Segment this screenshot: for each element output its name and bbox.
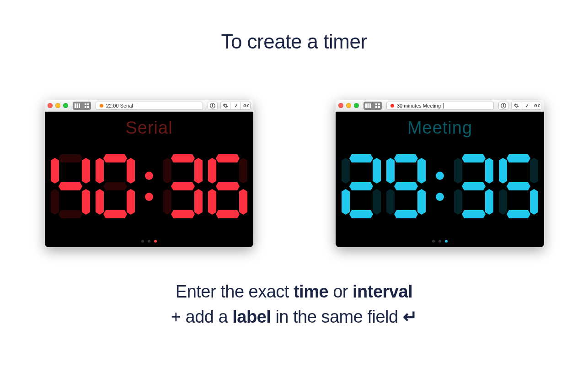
- svg-rect-2: [79, 103, 80, 108]
- svg-rect-0: [75, 103, 76, 108]
- instruction-fragment: in the same field: [271, 307, 402, 326]
- columns-icon: [363, 102, 373, 110]
- view-mode-toggle[interactable]: [363, 102, 382, 110]
- digit: [51, 154, 90, 218]
- loop-button[interactable]: [531, 102, 541, 110]
- page-dot: [432, 240, 435, 243]
- columns-icon: [73, 102, 82, 110]
- toolbar-actions: [220, 102, 251, 110]
- page-dot: [148, 240, 150, 243]
- close-button[interactable]: [48, 103, 53, 108]
- page-indicator: [45, 240, 253, 243]
- info-icon: [210, 103, 215, 108]
- svg-rect-14: [378, 103, 380, 105]
- instruction-text: Enter the exact time or interval + add a…: [0, 279, 588, 330]
- zoom-button[interactable]: [354, 103, 359, 108]
- gear-icon: [223, 103, 228, 108]
- svg-rect-16: [378, 106, 380, 108]
- loop-icon: [242, 103, 249, 108]
- colon: [436, 172, 444, 201]
- timer-label: Meeting: [336, 118, 544, 138]
- page-dot: [438, 240, 441, 243]
- digit: [163, 154, 203, 218]
- titlebar: 22:00 Serial: [45, 100, 253, 112]
- svg-rect-3: [85, 103, 86, 105]
- digit: [454, 154, 493, 218]
- svg-rect-11: [368, 103, 369, 108]
- svg-point-8: [212, 104, 213, 105]
- toolbar-actions: [511, 102, 541, 110]
- page-title: To create a timer: [0, 30, 588, 53]
- svg-rect-13: [375, 103, 377, 105]
- settings-button[interactable]: [220, 102, 230, 110]
- timer-window-serial: 22:00 Serial: [45, 100, 253, 247]
- svg-rect-9: [212, 105, 213, 107]
- pin-button[interactable]: [230, 102, 241, 110]
- view-mode-toggle[interactable]: [73, 102, 91, 110]
- timer-label: Serial: [45, 118, 253, 138]
- digit: [342, 154, 381, 218]
- svg-rect-12: [369, 103, 371, 108]
- zoom-button[interactable]: [63, 103, 68, 108]
- digit: [96, 154, 135, 218]
- titlebar: 30 minutes Meeting: [336, 100, 544, 112]
- info-icon: [501, 103, 506, 108]
- status-dot: [390, 104, 394, 108]
- timer-input[interactable]: 22:00 Serial: [96, 102, 203, 110]
- loop-icon: [533, 103, 540, 108]
- pin-icon: [233, 103, 238, 108]
- status-dot: [100, 104, 103, 108]
- text-caret: [136, 103, 136, 108]
- svg-rect-5: [85, 106, 86, 108]
- info-button[interactable]: [498, 102, 508, 110]
- instruction-bold-interval: interval: [353, 282, 412, 301]
- instruction-fragment: Enter the exact: [176, 282, 294, 301]
- pin-button[interactable]: [521, 102, 531, 110]
- instruction-fragment: or: [328, 282, 353, 301]
- digit: [499, 154, 538, 218]
- digit: [386, 154, 426, 218]
- svg-rect-4: [87, 103, 89, 105]
- svg-rect-15: [375, 106, 377, 108]
- page-dot-active: [154, 240, 157, 243]
- close-button[interactable]: [338, 103, 343, 108]
- svg-rect-1: [77, 103, 78, 108]
- timer-window-meeting: 30 minutes Meeting: [336, 100, 544, 247]
- grid-icon: [373, 102, 382, 110]
- colon: [145, 172, 153, 201]
- grid-icon: [82, 102, 91, 110]
- return-key-icon: ↵: [403, 304, 417, 330]
- traffic-lights: [338, 103, 359, 108]
- settings-button[interactable]: [511, 102, 521, 110]
- timer-input-text: 30 minutes Meeting: [397, 103, 441, 108]
- loop-button[interactable]: [241, 102, 251, 110]
- instruction-bold-label: label: [232, 307, 271, 326]
- page-dot: [141, 240, 144, 243]
- minimize-button[interactable]: [346, 103, 351, 108]
- svg-rect-6: [87, 106, 89, 108]
- svg-rect-19: [503, 105, 504, 107]
- instruction-bold-time: time: [294, 282, 328, 301]
- timer-display: Serial: [45, 112, 253, 247]
- digit: [208, 154, 247, 218]
- minimize-button[interactable]: [55, 103, 60, 108]
- traffic-lights: [48, 103, 68, 108]
- timer-display: Meeting: [336, 112, 544, 247]
- page-dot-active: [445, 240, 448, 243]
- instruction-fragment: + add a: [171, 307, 232, 326]
- gear-icon: [513, 103, 519, 108]
- timer-input-text: 22:00 Serial: [106, 103, 133, 108]
- timer-digits: [45, 152, 253, 221]
- page-indicator: [336, 240, 544, 243]
- svg-rect-10: [365, 103, 367, 108]
- timer-digits: [336, 152, 544, 221]
- svg-point-18: [503, 104, 504, 105]
- info-button[interactable]: [208, 102, 218, 110]
- timer-input[interactable]: 30 minutes Meeting: [386, 102, 494, 110]
- text-caret: [444, 103, 444, 108]
- pin-icon: [524, 103, 529, 108]
